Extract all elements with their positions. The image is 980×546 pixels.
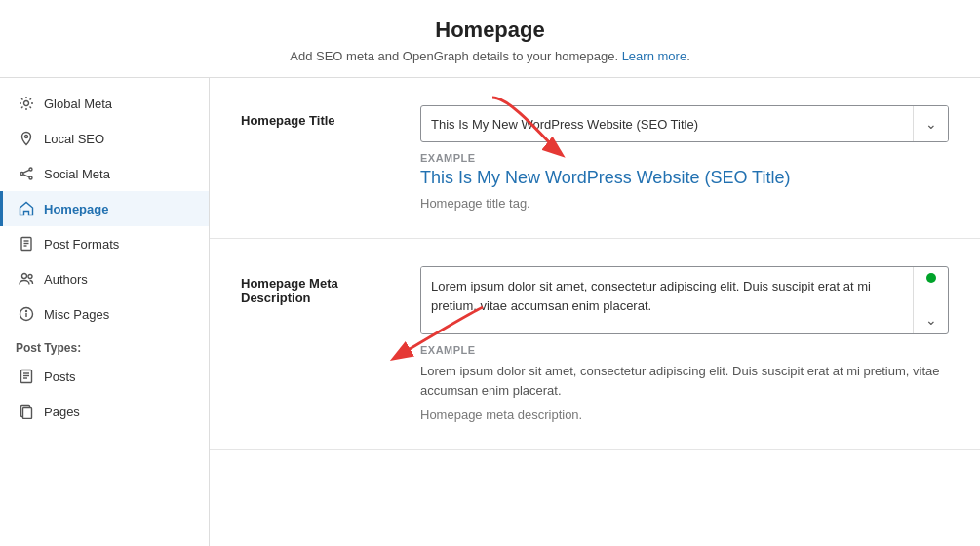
svg-rect-21 [23,408,32,419]
document-icon [19,236,34,252]
sidebar-item-post-formats[interactable]: Post Formats [0,226,209,261]
svg-line-6 [23,175,29,177]
share-icon [19,166,34,181]
pages-icon [19,404,34,419]
svg-point-11 [22,274,27,279]
page-header: Homepage Add SEO meta and OpenGraph deta… [0,0,980,78]
gear-icon [19,96,34,111]
posts-icon [19,369,34,384]
meta-dropdown-button[interactable]: ⌄ [913,267,948,333]
svg-point-1 [25,136,28,138]
sidebar: Global Meta Local SEO [0,78,210,546]
title-form-section: Homepage Title ⌄ EXAMPLE This Is My New … [210,78,980,239]
title-input-row: ⌄ [420,105,949,142]
meta-hint: Homepage meta description. [420,408,949,422]
sidebar-item-pages[interactable]: Pages [0,394,209,429]
sidebar-item-social-meta[interactable]: Social Meta [0,156,209,191]
meta-example-label: EXAMPLE [420,344,949,356]
sidebar-item-posts[interactable]: Posts [0,359,209,394]
svg-point-15 [26,311,27,312]
homepage-meta-input[interactable]: Lorem ipsum dolor sit amet, consectetur … [421,267,913,333]
meta-input-row: Lorem ipsum dolor sit amet, consectetur … [420,266,949,334]
title-field-container: ⌄ EXAMPLE This Is My New WordPress Websi… [420,105,949,211]
sidebar-item-label: Local SEO [44,132,104,146]
sidebar-item-local-seo[interactable]: Local SEO [0,121,209,156]
body-area: Global Meta Local SEO [0,78,980,546]
sidebar-item-authors[interactable]: Authors [0,261,209,296]
svg-point-3 [20,173,23,176]
sidebar-item-label: Post Formats [44,237,119,252]
homepage-title-input[interactable] [421,109,913,139]
location-icon [19,131,34,146]
sidebar-item-label: Homepage [44,202,108,216]
chevron-down-icon: ⌄ [925,116,937,132]
sidebar-item-label: Pages [44,405,80,419]
sidebar-item-label: Authors [44,272,88,287]
title-hint: Homepage title tag. [420,196,949,211]
title-example-label: EXAMPLE [420,152,949,164]
svg-line-5 [23,170,29,173]
post-types-label: Post Types: [0,332,209,359]
svg-point-12 [28,275,32,279]
page-subtitle: Add SEO meta and OpenGraph details to yo… [20,49,960,63]
sidebar-item-label: Social Meta [44,167,110,181]
page-title: Homepage [20,18,960,43]
meta-example-value: Lorem ipsum dolor sit amet, consectetur … [420,362,949,400]
sidebar-item-label: Posts [44,370,76,384]
sidebar-item-misc-pages[interactable]: Misc Pages [0,296,209,332]
main-content: Homepage Title ⌄ EXAMPLE This Is My New … [210,78,980,546]
title-field-label: Homepage Title [241,105,397,128]
app-container: Homepage Add SEO meta and OpenGraph deta… [0,0,980,546]
svg-point-4 [29,176,32,179]
meta-field-label: Homepage Meta Description [241,266,397,305]
users-icon [19,271,34,287]
circle-info-icon [19,306,34,322]
title-dropdown-button[interactable]: ⌄ [913,106,948,141]
content-inner: Homepage Title ⌄ EXAMPLE This Is My New … [210,78,980,546]
title-example-value: This Is My New WordPress Website (SEO Ti… [420,168,949,188]
svg-point-2 [29,168,32,171]
learn-more-link[interactable]: Learn more [622,49,686,63]
meta-form-section: Homepage Meta Description Lorem ipsum do… [210,239,980,450]
meta-field-container: Lorem ipsum dolor sit amet, consectetur … [420,266,949,422]
sidebar-item-label: Global Meta [44,97,112,111]
green-status-dot [926,273,936,283]
sidebar-item-label: Misc Pages [44,307,109,322]
sidebar-item-global-meta[interactable]: Global Meta [0,86,209,121]
svg-point-0 [24,101,29,106]
home-icon [19,201,34,216]
sidebar-item-homepage[interactable]: Homepage [0,191,209,226]
chevron-down-icon: ⌄ [925,312,937,328]
